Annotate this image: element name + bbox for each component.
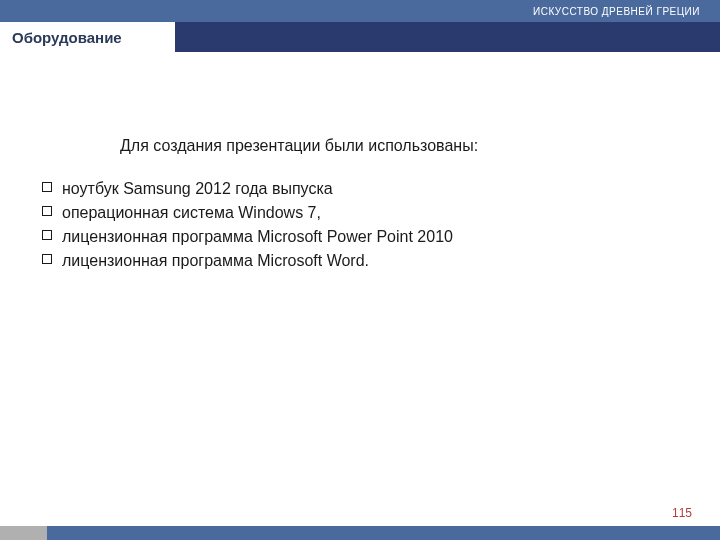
intro-text: Для создания презентации были использова… xyxy=(120,137,690,155)
square-bullet-icon xyxy=(42,182,52,192)
content-area: Для создания презентации были использова… xyxy=(0,52,720,273)
square-bullet-icon xyxy=(42,230,52,240)
top-bar: ИСКУССТВО ДРЕВНЕЙ ГРЕЦИИ xyxy=(0,0,720,22)
square-bullet-icon xyxy=(42,254,52,264)
list-item-text: операционная система Windows 7, xyxy=(62,201,321,225)
list-item: лицензионная программа Microsoft Power P… xyxy=(42,225,690,249)
list-item: лицензионная программа Microsoft Word. xyxy=(42,249,690,273)
list-item-text: ноутбук Samsung 2012 года выпуска xyxy=(62,177,333,201)
equipment-list: ноутбук Samsung 2012 года выпуска операц… xyxy=(30,177,690,273)
footer-bar xyxy=(0,526,720,540)
list-item-text: лицензионная программа Microsoft Power P… xyxy=(62,225,453,249)
square-bullet-icon xyxy=(42,206,52,216)
section-title: Оборудование xyxy=(0,22,175,52)
top-bar-title: ИСКУССТВО ДРЕВНЕЙ ГРЕЦИИ xyxy=(533,6,700,17)
list-item: операционная система Windows 7, xyxy=(42,201,690,225)
section-row: Оборудование xyxy=(0,22,720,52)
footer-blue-segment xyxy=(47,526,720,540)
page-number: 115 xyxy=(672,506,692,520)
footer-grey-segment xyxy=(0,526,47,540)
list-item-text: лицензионная программа Microsoft Word. xyxy=(62,249,369,273)
section-fill xyxy=(175,22,720,52)
list-item: ноутбук Samsung 2012 года выпуска xyxy=(42,177,690,201)
